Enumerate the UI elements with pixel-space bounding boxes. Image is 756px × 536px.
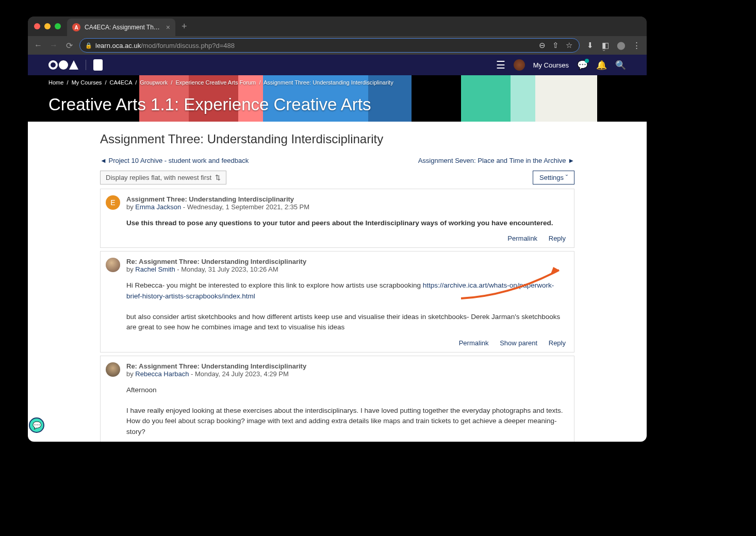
breadcrumb-link[interactable]: Experience Creative Arts Forum (175, 79, 256, 86)
forward-button[interactable]: → (48, 41, 59, 50)
post-author-link[interactable]: Rebecca Harbach (135, 370, 189, 378)
post-author-link[interactable]: Rachel Smith (135, 265, 175, 273)
post-avatar[interactable] (106, 362, 120, 377)
url-text: learn.oca.ac.uk/mod/forum/discuss.php?d=… (95, 42, 235, 49)
titlebar: A CA4ECA: Assignment Three: U × + (28, 16, 647, 36)
close-window-button[interactable] (34, 23, 40, 29)
address-bar[interactable]: 🔒 learn.oca.ac.uk/mod/forum/discuss.php?… (79, 38, 580, 53)
next-discussion-link[interactable]: Assignment Seven: Place and Time in the … (418, 157, 574, 164)
post-body: Use this thread to pose any questions to… (126, 218, 566, 228)
my-courses-link[interactable]: My Courses (533, 61, 569, 69)
download-icon[interactable]: ⬇ (585, 41, 595, 50)
post-subject: Re: Assignment Three: Understanding Inte… (126, 362, 566, 370)
share-icon[interactable]: ⇧ (550, 41, 561, 50)
annotation-arrow (458, 260, 569, 301)
post-body: Afternoon I have really enjoyed looking … (126, 385, 566, 437)
post-actions: Permalink Show parent Reply (126, 339, 566, 347)
breadcrumb-link[interactable]: CA4ECA (110, 79, 132, 86)
post-avatar[interactable]: E (106, 195, 120, 210)
reload-button[interactable]: ⟳ (64, 41, 74, 51)
post-meta: by Emma Jackson - Wednesday, 1 September… (126, 203, 566, 211)
messages-icon[interactable]: 💬 (577, 60, 588, 71)
breadcrumb-link[interactable]: Home (48, 79, 63, 86)
discussion-title: Assignment Three: Understanding Interdis… (100, 132, 574, 146)
forum-post: Re: Assignment Three: Understanding Inte… (100, 356, 574, 442)
post-actions: Permalink Reply (126, 234, 566, 242)
breadcrumb-link[interactable]: My Courses (72, 79, 102, 86)
chat-widget-button[interactable]: 💬 (29, 417, 44, 433)
menu-icon[interactable]: ⋮ (631, 41, 642, 50)
discussion-nav: ◄ Project 10 Archive - student work and … (100, 157, 574, 164)
prev-discussion-link[interactable]: ◄ Project 10 Archive - student work and … (100, 157, 249, 164)
course-title: Creative Arts 1.1: Experience Creative A… (48, 95, 371, 114)
breadcrumb: Home / My Courses / CA4ECA / Groupwork /… (48, 79, 393, 86)
browser-toolbar: ← → ⟳ 🔒 learn.oca.ac.uk/mod/forum/discus… (28, 36, 647, 55)
minimize-window-button[interactable] (44, 23, 51, 29)
post-subject: Assignment Three: Understanding Interdis… (126, 195, 566, 203)
browser-tab[interactable]: A CA4ECA: Assignment Three: U × (67, 19, 175, 36)
breadcrumb-link[interactable]: Groupwork (140, 79, 168, 86)
tab-close-button[interactable]: × (166, 23, 170, 31)
traffic-lights (34, 23, 61, 29)
settings-button[interactable]: Settings ˇ (533, 171, 574, 185)
menu-toggle-icon[interactable]: ☰ (496, 59, 505, 71)
site-header: ☰ My Courses 💬 🔔 🔍 (28, 55, 647, 75)
notifications-icon[interactable]: 🔔 (596, 60, 607, 71)
site-logo[interactable] (48, 59, 103, 71)
tab-title: CA4ECA: Assignment Three: U (85, 24, 162, 31)
page-content: ☰ My Courses 💬 🔔 🔍 Home / My Courses / C… (28, 55, 647, 442)
back-button[interactable]: ← (33, 41, 43, 50)
controls-row: Display replies flat, with newest first … (100, 171, 574, 185)
tab-favicon: A (72, 23, 80, 31)
show-parent-link[interactable]: Show parent (500, 339, 537, 347)
reply-link[interactable]: Reply (549, 234, 566, 242)
reply-link[interactable]: Reply (549, 339, 566, 347)
search-icon[interactable]: 🔍 (615, 60, 626, 71)
window-menu-chevron[interactable]: ⌄ (601, 45, 606, 53)
post-author-link[interactable]: Emma Jackson (135, 203, 181, 211)
post-avatar[interactable] (106, 258, 120, 272)
breadcrumb-current: Assignment Three: Understanding Interdis… (264, 79, 393, 86)
forum-post: E Assignment Three: Understanding Interd… (100, 189, 574, 248)
post-meta: by Rebecca Harbach - Monday, 24 July 202… (126, 370, 566, 378)
new-tab-button[interactable]: + (182, 21, 187, 32)
course-banner: Home / My Courses / CA4ECA / Groupwork /… (28, 75, 647, 122)
browser-window: ⌄ A CA4ECA: Assignment Three: U × + ← → … (28, 16, 647, 442)
lock-icon: 🔒 (85, 42, 92, 49)
zoom-icon[interactable]: ⊖ (537, 41, 547, 50)
maximize-window-button[interactable] (55, 23, 61, 29)
permalink-link[interactable]: Permalink (459, 339, 489, 347)
user-avatar[interactable] (514, 59, 525, 71)
profile-icon[interactable]: ⬤ (616, 41, 626, 50)
display-mode-select[interactable]: Display replies flat, with newest first … (100, 171, 226, 185)
permalink-link[interactable]: Permalink (507, 234, 537, 242)
bookmark-icon[interactable]: ☆ (564, 41, 574, 50)
